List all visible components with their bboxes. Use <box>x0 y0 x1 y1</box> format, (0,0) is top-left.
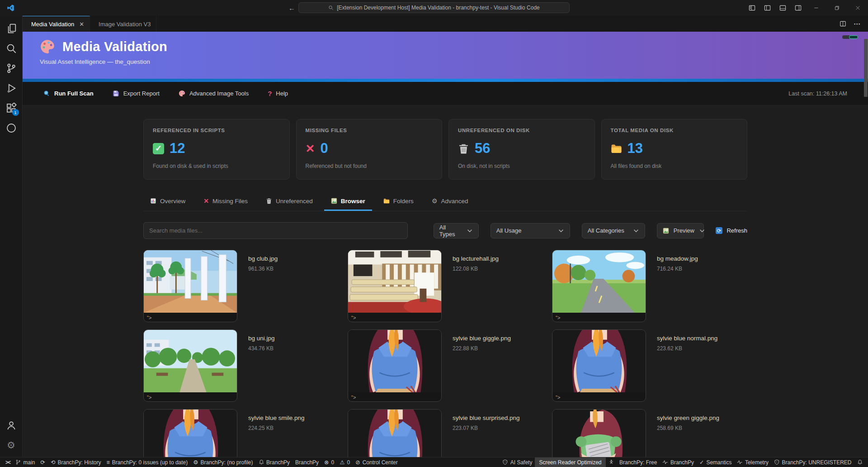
activity-bar-item[interactable] <box>0 19 22 38</box>
status-item-label: BranchPy: UNREGISTERED <box>782 459 851 466</box>
view-tab[interactable]: Folders <box>377 192 420 211</box>
toolbar-action-button[interactable]: ? Help <box>268 90 288 97</box>
status-item[interactable]: BranchPy: Free <box>617 457 660 467</box>
stat-value: 12 <box>170 140 185 157</box>
more-actions-icon[interactable]: ⋯ <box>851 16 863 32</box>
status-badge[interactable] <box>849 35 858 39</box>
bell-icon <box>259 459 264 465</box>
editor-tab[interactable]: Media Validation ✕ <box>23 16 90 32</box>
activity-bar-item[interactable] <box>0 415 22 435</box>
status-item[interactable]: ✓ Semantics <box>697 457 735 467</box>
media-thumbnail[interactable]: "> <box>552 409 646 457</box>
view-tab[interactable]: Overview <box>143 192 192 211</box>
media-item: "> sylvie blue smile.png 224.25 KB <box>143 409 339 457</box>
view-tab[interactable]: ⚙ Advanced <box>425 192 475 211</box>
status-item[interactable]: Telemetry <box>734 457 771 467</box>
split-editor-icon[interactable] <box>836 16 849 32</box>
status-item[interactable]: >< <box>3 457 13 467</box>
activity-bar-item[interactable] <box>0 38 22 58</box>
category-filter-select[interactable]: All Categories <box>582 223 645 238</box>
webview-scrollbar[interactable] <box>863 32 868 457</box>
pulse-icon <box>737 459 743 465</box>
palette-icon <box>179 90 185 97</box>
view-tab[interactable]: Unreferenced <box>259 192 320 211</box>
minimize-button[interactable] <box>806 0 826 16</box>
menu-item[interactable] <box>53 6 61 10</box>
media-thumbnail[interactable]: "> <box>552 250 646 322</box>
status-item[interactable]: ⟳ <box>38 457 48 467</box>
list-icon: ≡ <box>107 459 110 466</box>
folder-icon <box>611 143 622 154</box>
status-item[interactable]: ⊗ 0 <box>321 457 337 467</box>
status-item[interactable]: main <box>13 457 38 467</box>
stat-label: REFERENCED IN SCRIPTS <box>153 128 280 133</box>
status-item[interactable] <box>854 457 866 467</box>
editor-tab-label: Image Validation V3 <box>99 21 151 28</box>
type-filter-select[interactable]: All Types <box>434 223 479 238</box>
view-tab[interactable]: Browser <box>324 192 372 211</box>
stat-description: Referenced but not found <box>306 163 433 169</box>
media-thumbnail[interactable]: "> <box>552 329 646 402</box>
status-item-label: Screen Reader Optimized <box>539 459 601 466</box>
scrollbar-thumb[interactable] <box>864 39 868 97</box>
activity-bar-item[interactable] <box>0 58 22 78</box>
menu-item[interactable] <box>45 6 53 10</box>
media-thumbnail[interactable]: "> <box>348 250 442 322</box>
activity-bar-item[interactable]: 1 <box>0 98 22 118</box>
toolbar-action-button[interactable]: Export Report <box>113 90 160 97</box>
extension-count-badge: 1 <box>12 109 19 116</box>
search-icon <box>6 43 17 54</box>
status-item[interactable]: ⊘ Control Center <box>353 457 401 467</box>
close-tab-icon[interactable]: ✕ <box>79 21 84 28</box>
menu-item[interactable] <box>29 6 37 10</box>
search-input[interactable] <box>143 222 408 239</box>
status-item[interactable]: BranchPy <box>660 457 697 467</box>
status-item[interactable]: ≡ BranchPy: 0 issues (up to date) <box>104 457 191 467</box>
editor-tab-strip: Media Validation ✕ Image Validation V3 ⋯ <box>23 16 868 32</box>
branch-icon <box>15 459 21 465</box>
toolbar-action-button[interactable]: Advanced Image Tools <box>179 90 249 97</box>
media-thumbnail[interactable]: "> <box>143 409 237 457</box>
media-filesize: 716.24 KB <box>657 266 698 272</box>
activity-bar-item[interactable]: ⚙ <box>0 435 22 455</box>
command-center[interactable]: [Extension Development Host] Media Valid… <box>298 2 570 13</box>
magnifier-icon <box>43 90 50 97</box>
status-item[interactable]: ⟲ BranchPy: History <box>48 457 104 467</box>
restore-button[interactable] <box>826 0 847 16</box>
nav-back-icon[interactable]: ← <box>288 4 295 12</box>
status-item[interactable]: ⚙ BranchPy: (no profile) <box>190 457 255 467</box>
status-item[interactable]: Screen Reader Optimized <box>535 457 605 467</box>
toggle-panel-left-icon[interactable] <box>760 0 775 16</box>
view-tab-label: Folders <box>393 198 414 205</box>
status-item[interactable]: BranchPy <box>256 457 293 467</box>
status-item[interactable]: BranchPy: UNREGISTERED <box>771 457 854 467</box>
media-thumbnail[interactable]: "> <box>348 409 442 457</box>
close-button[interactable] <box>847 0 868 16</box>
usage-filter-select[interactable]: All Usage <box>491 223 570 238</box>
circle-slash-icon: ⊘ <box>355 459 360 466</box>
trash-icon <box>266 198 272 204</box>
editor-tab[interactable]: Image Validation V3 <box>90 16 156 32</box>
status-item[interactable] <box>606 457 617 467</box>
status-item[interactable]: ⚠ 0 <box>337 457 353 467</box>
status-item[interactable]: BranchPy <box>292 457 321 467</box>
preview-mode-select[interactable]: Preview <box>657 223 704 238</box>
customize-layout-icon[interactable] <box>744 0 760 16</box>
menu-item[interactable] <box>70 6 78 10</box>
activity-bar-item[interactable] <box>0 78 22 98</box>
status-item[interactable]: AI Safety <box>500 457 535 467</box>
media-thumbnail[interactable]: "> <box>143 250 237 322</box>
view-tab[interactable]: ✕ Missing Files <box>197 192 255 211</box>
toggle-panel-bottom-icon[interactable] <box>775 0 790 16</box>
menu-item[interactable] <box>61 6 70 10</box>
activity-bar-item[interactable] <box>0 118 22 138</box>
refresh-button[interactable]: ⟳ Refresh <box>716 227 747 234</box>
menu-item[interactable] <box>37 6 45 10</box>
media-thumbnail[interactable]: "> <box>143 329 237 402</box>
media-filesize: 434.76 KB <box>248 345 275 352</box>
media-thumbnail[interactable]: "> <box>348 329 442 402</box>
toolbar-action-button[interactable]: Run Full Scan <box>43 90 94 97</box>
menu-item[interactable] <box>78 6 86 10</box>
menu-item[interactable] <box>21 6 29 10</box>
toggle-panel-right-icon[interactable] <box>790 0 806 16</box>
